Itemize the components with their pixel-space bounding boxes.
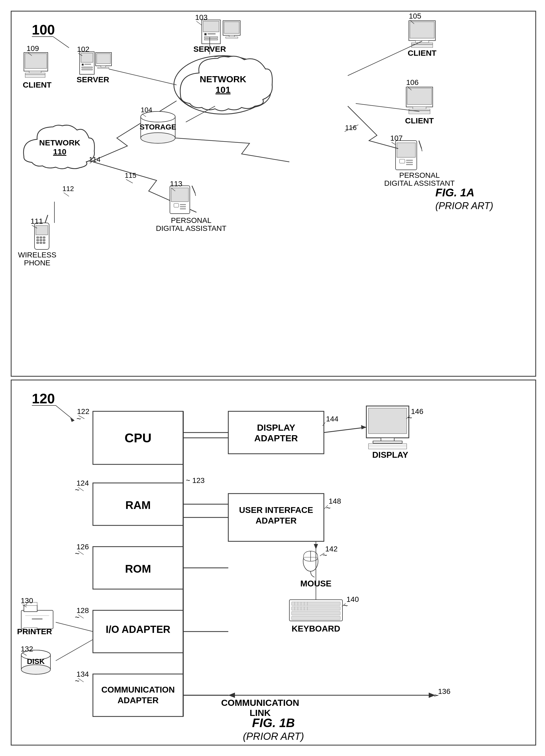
svg-text:DIGITAL ASSISTANT: DIGITAL ASSISTANT [156,224,226,232]
svg-rect-73 [98,67,109,68]
svg-rect-212 [292,616,340,620]
svg-rect-116 [180,204,186,205]
svg-rect-53 [406,160,413,161]
svg-text:~: ~ [323,551,327,559]
svg-rect-52 [400,159,405,163]
svg-rect-54 [406,162,413,163]
svg-rect-79 [29,71,41,73]
svg-rect-115 [174,204,179,207]
svg-text:~: ~ [343,601,348,610]
svg-text:DISK: DISK [27,657,45,666]
svg-text:DISPLAY: DISPLAY [372,450,408,460]
svg-rect-78 [25,54,47,68]
svg-text:CPU: CPU [124,431,151,445]
svg-text:KEYBOARD: KEYBOARD [292,624,340,633]
svg-rect-80 [25,73,45,74]
fig1a-diagram: 100 NETWORK 101 SERVER 103 [11,11,536,377]
svg-text:RAM: RAM [125,499,151,511]
svg-rect-118 [180,208,186,209]
svg-rect-42 [409,109,430,110]
svg-text:ADAPTER: ADAPTER [254,433,298,443]
svg-text:NETWORK: NETWORK [200,74,246,84]
svg-text:CLIENT: CLIENT [405,116,434,125]
svg-text:104: 104 [141,106,152,114]
svg-rect-188 [373,441,402,443]
svg-rect-29 [410,22,434,38]
svg-text:ADAPTER: ADAPTER [255,516,297,525]
svg-text:I/O ADAPTER: I/O ADAPTER [106,624,170,635]
svg-text:132: 132 [21,645,33,653]
svg-text:~: ~ [75,485,80,494]
svg-text:107: 107 [390,134,403,142]
svg-rect-104 [40,239,42,241]
svg-text:CLIENT: CLIENT [23,80,51,89]
svg-text:106: 106 [406,78,419,87]
svg-rect-23 [226,37,238,38]
svg-rect-40 [407,88,432,105]
svg-rect-68 [82,67,92,68]
svg-rect-31 [412,43,433,44]
svg-rect-232 [32,618,42,620]
svg-rect-51 [397,143,416,157]
svg-text:~: ~ [408,413,412,422]
svg-rect-41 [413,107,426,109]
svg-text:PHONE: PHONE [24,259,50,267]
svg-rect-71 [97,54,110,64]
svg-rect-108 [43,242,45,244]
svg-rect-210 [292,607,340,610]
svg-rect-15 [203,21,219,32]
svg-text:109: 109 [27,44,39,53]
svg-text:115: 115 [125,171,136,179]
svg-rect-105 [43,239,45,241]
svg-rect-107 [40,242,42,244]
svg-text:100: 100 [32,22,55,37]
svg-text:SERVER: SERVER [77,75,109,84]
svg-text:112: 112 [62,185,74,193]
svg-rect-30 [416,41,429,43]
svg-rect-102 [43,237,45,238]
svg-text:~: ~ [326,503,331,512]
svg-text:STORAGE: STORAGE [140,123,176,131]
svg-text:PERSONAL: PERSONAL [399,171,440,179]
svg-text:146: 146 [411,407,423,416]
svg-text:~: ~ [75,613,80,621]
svg-point-127 [141,133,175,143]
svg-text:~: ~ [75,549,80,558]
svg-rect-72 [101,66,106,67]
svg-rect-66 [82,64,84,66]
svg-text:136: 136 [438,687,451,695]
svg-rect-19 [204,39,218,40]
svg-rect-21 [224,22,239,33]
fig1b-diagram: 120 CPU 122 ~ RAM 124 ~ ROM 126 ~ I/O AD… [11,379,536,746]
svg-text:140: 140 [347,595,359,603]
svg-text:103: 103 [195,13,207,21]
svg-rect-55 [406,164,413,165]
svg-text:113: 113 [170,180,182,188]
svg-text:PERSONAL: PERSONAL [171,216,211,224]
svg-text:~: ~ [76,414,81,423]
svg-text:WIRELESS: WIRELESS [18,251,57,259]
svg-rect-159 [93,674,183,716]
svg-text:~: ~ [75,676,80,685]
svg-rect-117 [180,206,186,207]
svg-rect-106 [37,242,39,244]
svg-text:101: 101 [215,85,231,95]
svg-rect-211 [292,611,340,615]
svg-rect-65 [81,53,93,62]
svg-text:CLIENT: CLIENT [408,49,436,57]
svg-rect-22 [229,35,234,37]
svg-text:110: 110 [53,147,66,156]
svg-rect-18 [204,37,218,38]
svg-rect-186 [369,408,407,434]
svg-text:FIG. 1A: FIG. 1A [435,186,474,199]
svg-text:111: 111 [31,217,43,225]
svg-text:102: 102 [77,45,89,53]
svg-text:~: ~ [434,691,439,699]
svg-rect-101 [40,237,42,238]
svg-text:(PRIOR ART): (PRIOR ART) [435,200,493,211]
svg-text:COMMUNICATION: COMMUNICATION [101,685,175,694]
svg-text:COMMUNICATION: COMMUNICATION [221,698,299,708]
svg-rect-209 [292,602,340,606]
svg-text:130: 130 [21,597,33,605]
svg-text:PRINTER: PRINTER [17,627,52,636]
